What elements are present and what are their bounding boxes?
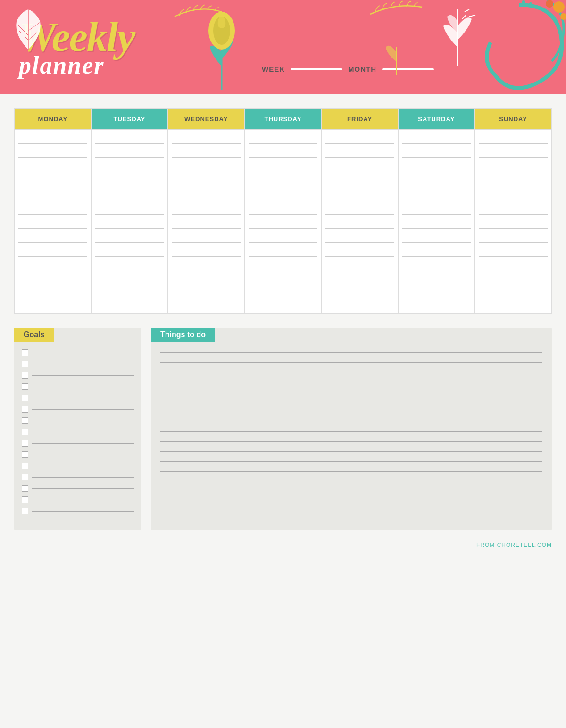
grid-cell[interactable] [168,299,245,314]
goal-item[interactable] [22,451,134,458]
goal-checkbox[interactable] [22,485,28,492]
goal-checkbox[interactable] [22,496,28,503]
grid-cell[interactable] [15,158,92,172]
goal-item[interactable] [22,508,134,514]
grid-cell[interactable] [15,243,92,257]
goal-checkbox[interactable] [22,383,28,390]
grid-cell[interactable] [475,243,552,257]
grid-cell[interactable] [475,299,552,314]
grid-cell[interactable] [91,172,168,186]
grid-cell[interactable] [15,186,92,200]
goal-item[interactable] [22,383,134,390]
goal-item[interactable] [22,349,134,356]
goal-item[interactable] [22,440,134,447]
grid-cell[interactable] [168,200,245,215]
grid-cell[interactable] [475,172,552,186]
grid-cell[interactable] [245,257,322,271]
grid-cell[interactable] [245,186,322,200]
grid-cell[interactable] [398,215,475,229]
goal-checkbox[interactable] [22,372,28,379]
grid-cell[interactable] [168,186,245,200]
grid-cell[interactable] [321,285,398,299]
grid-cell[interactable] [245,200,322,215]
grid-cell[interactable] [245,229,322,243]
grid-cell[interactable] [91,299,168,314]
grid-cell[interactable] [475,186,552,200]
grid-cell[interactable] [15,172,92,186]
goal-checkbox[interactable] [22,508,28,514]
goal-checkbox[interactable] [22,451,28,458]
grid-cell[interactable] [91,215,168,229]
goal-item[interactable] [22,372,134,379]
grid-cell[interactable] [168,243,245,257]
grid-cell[interactable] [475,271,552,285]
grid-cell[interactable] [398,229,475,243]
goal-checkbox[interactable] [22,406,28,413]
grid-cell[interactable] [168,215,245,229]
grid-cell[interactable] [168,257,245,271]
grid-cell[interactable] [15,257,92,271]
grid-cell[interactable] [15,299,92,314]
goal-item[interactable] [22,485,134,492]
grid-cell[interactable] [321,299,398,314]
grid-cell[interactable] [15,130,92,144]
grid-cell[interactable] [168,271,245,285]
grid-cell[interactable] [91,285,168,299]
goal-checkbox[interactable] [22,417,28,424]
grid-cell[interactable] [168,158,245,172]
grid-cell[interactable] [398,186,475,200]
grid-cell[interactable] [91,158,168,172]
goal-checkbox[interactable] [22,463,28,469]
grid-cell[interactable] [168,229,245,243]
goal-checkbox[interactable] [22,395,28,401]
grid-cell[interactable] [245,243,322,257]
grid-cell[interactable] [91,130,168,144]
grid-cell[interactable] [91,229,168,243]
grid-cell[interactable] [398,130,475,144]
goal-checkbox[interactable] [22,429,28,435]
grid-cell[interactable] [475,144,552,158]
grid-cell[interactable] [15,229,92,243]
grid-cell[interactable] [15,144,92,158]
grid-cell[interactable] [91,144,168,158]
grid-cell[interactable] [475,215,552,229]
grid-cell[interactable] [245,130,322,144]
grid-cell[interactable] [321,229,398,243]
grid-cell[interactable] [91,186,168,200]
grid-cell[interactable] [245,215,322,229]
goal-checkbox[interactable] [22,474,28,480]
grid-cell[interactable] [91,257,168,271]
grid-cell[interactable] [321,271,398,285]
grid-cell[interactable] [168,130,245,144]
goal-item[interactable] [22,429,134,435]
grid-cell[interactable] [398,299,475,314]
grid-cell[interactable] [475,200,552,215]
grid-cell[interactable] [398,257,475,271]
grid-cell[interactable] [475,130,552,144]
grid-cell[interactable] [15,285,92,299]
goal-item[interactable] [22,496,134,503]
grid-cell[interactable] [321,158,398,172]
grid-cell[interactable] [91,271,168,285]
grid-cell[interactable] [168,144,245,158]
grid-cell[interactable] [321,186,398,200]
grid-cell[interactable] [15,271,92,285]
grid-cell[interactable] [321,257,398,271]
goal-item[interactable] [22,395,134,401]
grid-cell[interactable] [245,285,322,299]
goal-item[interactable] [22,463,134,469]
grid-cell[interactable] [168,285,245,299]
grid-cell[interactable] [398,271,475,285]
grid-cell[interactable] [475,158,552,172]
grid-cell[interactable] [321,172,398,186]
grid-cell[interactable] [245,271,322,285]
grid-cell[interactable] [91,200,168,215]
grid-cell[interactable] [475,285,552,299]
grid-cell[interactable] [168,172,245,186]
goal-checkbox[interactable] [22,361,28,367]
grid-cell[interactable] [398,285,475,299]
grid-cell[interactable] [398,200,475,215]
goal-checkbox[interactable] [22,440,28,447]
grid-cell[interactable] [91,243,168,257]
goal-checkbox[interactable] [22,349,28,356]
